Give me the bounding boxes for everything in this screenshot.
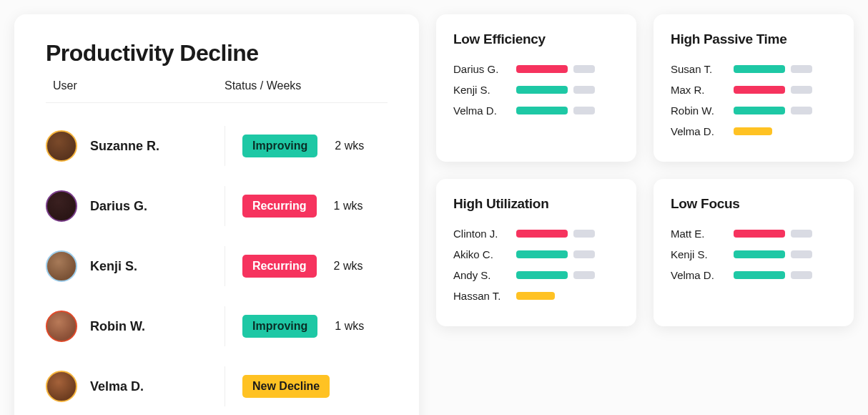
- list-item[interactable]: Velma D.: [671, 265, 837, 285]
- weeks-label: 1 wks: [335, 320, 364, 333]
- user-name: Velma D.: [90, 379, 144, 394]
- list-item[interactable]: Kenji S.: [453, 79, 619, 100]
- mini-card-title: High Utilization: [453, 196, 619, 212]
- bar-segment: [734, 127, 772, 135]
- list-item[interactable]: Velma D.: [671, 121, 837, 142]
- page-title: Productivity Decline: [46, 40, 388, 67]
- status-cell: Recurring1 wks: [225, 186, 388, 226]
- bar-segment: [734, 86, 785, 94]
- bar-segment: [516, 65, 568, 73]
- bar-segment: [573, 86, 595, 94]
- status-cell: Recurring2 wks: [225, 246, 388, 286]
- status-bars: [516, 271, 595, 279]
- mini-card-title: Low Focus: [671, 196, 837, 212]
- table-header: User Status / Weeks: [46, 79, 388, 103]
- list-item[interactable]: Darius G.: [453, 59, 619, 79]
- bar-segment: [573, 271, 595, 279]
- list-item[interactable]: Matt E.: [671, 223, 837, 244]
- table-row[interactable]: Robin W.Improving1 wks: [46, 296, 388, 356]
- bar-segment: [573, 250, 595, 258]
- status-cell: Improving1 wks: [225, 306, 388, 346]
- bar-segment: [734, 107, 785, 114]
- status-bars: [734, 250, 812, 258]
- bar-segment: [573, 65, 595, 73]
- status-cell: Improving2 wks: [225, 126, 388, 166]
- user-name: Robin W.: [90, 319, 145, 334]
- mini-cards-grid: Low EfficiencyDarius G.Kenji S.Velma D.H…: [436, 14, 854, 326]
- status-bars: [516, 250, 595, 258]
- bar-segment: [516, 271, 568, 279]
- status-cell: New Decline: [225, 366, 388, 406]
- status-badge: Recurring: [242, 195, 317, 218]
- avatar: [46, 311, 77, 342]
- user-name: Kenji S.: [90, 259, 137, 274]
- user-cell: Robin W.: [46, 311, 225, 342]
- status-bars: [516, 230, 595, 238]
- status-bars: [516, 292, 555, 300]
- mini-user-name: Darius G.: [453, 63, 509, 75]
- status-bars: [734, 65, 812, 73]
- bar-segment: [516, 86, 568, 94]
- user-name: Darius G.: [90, 199, 147, 214]
- bar-segment: [791, 271, 812, 279]
- table-row[interactable]: Kenji S.Recurring2 wks: [46, 236, 388, 296]
- avatar: [46, 371, 77, 402]
- bar-segment: [734, 65, 785, 73]
- status-bars: [734, 230, 812, 238]
- status-bars: [734, 271, 812, 279]
- col-header-user: User: [46, 79, 225, 92]
- mini-user-name: Hassan T.: [453, 290, 509, 302]
- mini-card: Low FocusMatt E.Kenji S.Velma D.: [654, 179, 854, 326]
- user-cell: Velma D.: [46, 371, 225, 402]
- list-item[interactable]: Andy S.: [453, 265, 619, 285]
- productivity-decline-card: Productivity Decline User Status / Weeks…: [14, 14, 419, 415]
- table-row[interactable]: Darius G.Recurring1 wks: [46, 176, 388, 236]
- bar-segment: [791, 250, 812, 258]
- weeks-label: 2 wks: [335, 140, 364, 152]
- bar-segment: [734, 250, 785, 258]
- user-cell: Kenji S.: [46, 250, 225, 282]
- mini-card: Low EfficiencyDarius G.Kenji S.Velma D.: [436, 14, 636, 162]
- bar-segment: [516, 292, 555, 300]
- list-item[interactable]: Susan T.: [671, 59, 837, 79]
- bar-segment: [516, 250, 568, 258]
- list-item[interactable]: Max R.: [671, 79, 837, 100]
- status-badge: Recurring: [242, 255, 317, 278]
- status-bars: [734, 86, 812, 94]
- status-bars: [516, 107, 595, 114]
- status-badge: Improving: [242, 315, 317, 338]
- bar-segment: [516, 230, 568, 238]
- bar-segment: [516, 107, 568, 114]
- table-row[interactable]: Velma D.New Decline: [46, 356, 388, 415]
- table-row[interactable]: Suzanne R.Improving2 wks: [46, 116, 388, 176]
- table-body: Suzanne R.Improving2 wksDarius G.Recurri…: [46, 116, 388, 415]
- list-item[interactable]: Kenji S.: [671, 244, 837, 265]
- mini-user-name: Velma D.: [671, 125, 726, 137]
- mini-user-name: Susan T.: [671, 63, 726, 75]
- col-header-status: Status / Weeks: [225, 79, 388, 92]
- mini-user-name: Kenji S.: [453, 84, 509, 96]
- user-cell: Suzanne R.: [46, 130, 225, 162]
- list-item[interactable]: Clinton J.: [453, 223, 619, 244]
- list-item[interactable]: Hassan T.: [453, 285, 619, 306]
- weeks-label: 1 wks: [334, 200, 363, 213]
- mini-card-title: Low Efficiency: [453, 31, 619, 47]
- bar-segment: [734, 230, 785, 238]
- mini-user-name: Clinton J.: [453, 228, 509, 240]
- avatar: [46, 190, 77, 222]
- list-item[interactable]: Robin W.: [671, 100, 837, 121]
- bar-segment: [791, 107, 812, 114]
- avatar: [46, 130, 77, 162]
- weeks-label: 2 wks: [334, 260, 363, 273]
- status-badge: Improving: [242, 135, 317, 157]
- list-item[interactable]: Velma D.: [453, 100, 619, 121]
- list-item[interactable]: Akiko C.: [453, 244, 619, 265]
- mini-user-name: Robin W.: [671, 104, 726, 117]
- bar-segment: [573, 230, 595, 238]
- mini-user-name: Akiko C.: [453, 248, 509, 260]
- user-name: Suzanne R.: [90, 139, 159, 154]
- mini-user-name: Velma D.: [671, 269, 726, 281]
- mini-user-name: Max R.: [671, 84, 726, 96]
- status-bars: [516, 65, 595, 73]
- bar-segment: [573, 107, 595, 114]
